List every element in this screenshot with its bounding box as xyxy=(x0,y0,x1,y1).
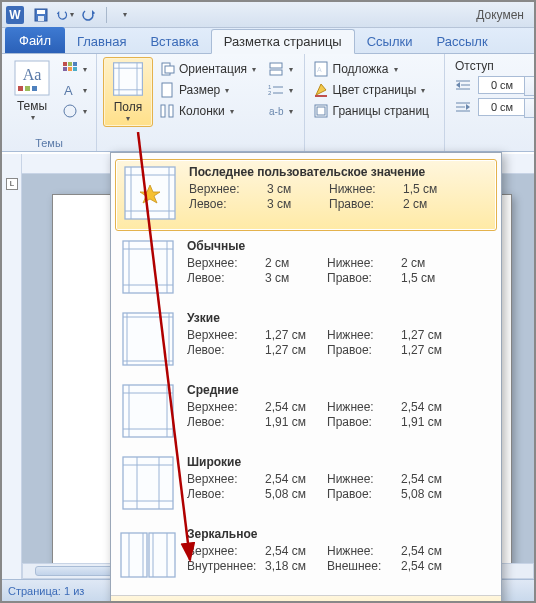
preset-top-value: 2,54 см xyxy=(265,400,327,414)
page-color-icon xyxy=(313,82,329,98)
preset-right-label: Правое: xyxy=(327,415,401,429)
preset-left-label: Левое: xyxy=(189,197,267,211)
themes-label: Темы xyxy=(17,99,47,113)
margin-preset-last[interactable]: Последнее пользовательское значение Верх… xyxy=(115,159,497,231)
preset-right-value: 1,27 см xyxy=(401,343,461,357)
margin-preset-normal[interactable]: Обычные Верхнее: 2 см Нижнее: 2 см Левое… xyxy=(113,233,499,305)
themes-icon: Aa xyxy=(14,60,50,96)
save-button[interactable] xyxy=(32,6,50,24)
preset-left-value: 3,18 см xyxy=(265,559,327,573)
svg-text:Aa: Aa xyxy=(23,66,42,83)
indent-left-spin[interactable]: 0 см xyxy=(453,75,528,95)
margins-icon xyxy=(110,61,146,97)
preset-bottom-label: Нижнее: xyxy=(327,472,401,486)
group-page-background-label xyxy=(311,135,438,151)
page-color-button[interactable]: Цвет страницы▾ xyxy=(311,80,431,100)
svg-rect-25 xyxy=(169,105,173,117)
svg-text:2: 2 xyxy=(268,90,272,96)
theme-parts: ▾ A▾ ▾ xyxy=(60,59,89,121)
qat-customize[interactable]: ▾ xyxy=(115,6,133,24)
redo-icon xyxy=(82,8,96,22)
line-numbers-icon: 12 xyxy=(268,82,284,98)
svg-rect-7 xyxy=(32,86,37,91)
preset-right-label: Внешнее: xyxy=(327,559,401,573)
margin-preset-narrow[interactable]: Узкие Верхнее: 1,27 см Нижнее: 1,27 см Л… xyxy=(113,305,499,377)
tab-references[interactable]: Ссылки xyxy=(355,30,425,53)
breaks-icon xyxy=(268,61,284,77)
margins-button[interactable]: Поля ▾ xyxy=(103,57,153,127)
group-page-setup: Поля ▾ Ориентация▾ Размер▾ Колонки▾ ▾ 12… xyxy=(97,54,305,151)
tab-mailings[interactable]: Рассылк xyxy=(425,30,500,53)
word-app-icon[interactable]: W xyxy=(6,6,24,24)
themes-button[interactable]: Aa Темы ▾ xyxy=(8,57,56,125)
indent-left-value[interactable]: 0 см xyxy=(478,76,526,94)
ribbon: Aa Темы ▾ ▾ A▾ ▾ Темы xyxy=(2,54,534,152)
svg-rect-6 xyxy=(25,86,30,91)
theme-fonts-button[interactable]: A▾ xyxy=(60,80,89,100)
preset-bottom-value: 2,54 см xyxy=(401,472,461,486)
watermark-button[interactable]: AПодложка▾ xyxy=(311,59,431,79)
svg-text:a-b: a-b xyxy=(269,106,284,117)
preset-top-value: 3 см xyxy=(267,182,329,196)
undo-button[interactable]: ▾ xyxy=(56,6,74,24)
vertical-ruler[interactable]: L xyxy=(2,154,22,579)
group-page-setup-label xyxy=(103,135,298,151)
document-title: Докумен xyxy=(476,8,530,22)
group-page-background: AПодложка▾ Цвет страницы▾ Границы страни… xyxy=(305,54,445,151)
preset-top-value: 2,54 см xyxy=(265,544,327,558)
margin-preset-moderate[interactable]: Средние Верхнее: 2,54 см Нижнее: 2,54 см… xyxy=(113,377,499,449)
custom-margins-item[interactable]: Настраиваемые поля... xyxy=(111,595,501,603)
orientation-button[interactable]: Ориентация▾ xyxy=(157,59,258,79)
tab-insert[interactable]: Вставка xyxy=(138,30,210,53)
indent-label: Отступ xyxy=(455,59,528,73)
svg-point-15 xyxy=(64,105,76,117)
preset-bottom-label: Нижнее: xyxy=(327,400,401,414)
preset-top-label: Верхнее: xyxy=(187,472,265,486)
preset-top-value: 1,27 см xyxy=(265,328,327,342)
title-bar: W ▾ ▾ Докумен xyxy=(2,2,534,28)
size-icon xyxy=(159,82,175,98)
svg-rect-23 xyxy=(162,83,172,97)
svg-text:A: A xyxy=(64,83,73,98)
preset-top-label: Верхнее: xyxy=(187,328,265,342)
page-borders-icon xyxy=(313,103,329,119)
preset-left-label: Левое: xyxy=(187,415,265,429)
preset-left-value: 3 см xyxy=(265,271,327,285)
theme-effects-button[interactable]: ▾ xyxy=(60,101,89,121)
preset-title: Зеркальное xyxy=(187,527,493,541)
hyphenation-button[interactable]: a-b▾ xyxy=(266,101,295,121)
svg-rect-2 xyxy=(38,16,44,21)
columns-button[interactable]: Колонки▾ xyxy=(157,101,258,121)
margin-preset-wide[interactable]: Широкие Верхнее: 2,54 см Нижнее: 2,54 см… xyxy=(113,449,499,521)
svg-rect-22 xyxy=(165,66,174,73)
svg-rect-11 xyxy=(63,67,67,71)
preset-bottom-value: 2 см xyxy=(401,256,461,270)
tab-page-layout[interactable]: Разметка страницы xyxy=(211,29,355,54)
preset-right-label: Правое: xyxy=(329,197,403,211)
preset-top-value: 2 см xyxy=(265,256,327,270)
preset-left-value: 1,27 см xyxy=(265,343,327,357)
tab-home[interactable]: Главная xyxy=(65,30,138,53)
redo-button[interactable] xyxy=(80,6,98,24)
page-borders-button[interactable]: Границы страниц xyxy=(311,101,431,121)
preset-title: Последнее пользовательское значение xyxy=(189,165,491,179)
tab-file[interactable]: Файл xyxy=(5,27,65,53)
breaks-button[interactable]: ▾ xyxy=(266,59,295,79)
preset-bottom-label: Нижнее: xyxy=(327,544,401,558)
preset-bottom-value: 2,54 см xyxy=(401,544,461,558)
preset-title: Обычные xyxy=(187,239,493,253)
preset-title: Широкие xyxy=(187,455,493,469)
group-themes: Aa Темы ▾ ▾ A▾ ▾ Темы xyxy=(2,54,97,151)
preset-right-label: Правое: xyxy=(327,487,401,501)
indent-right-value[interactable]: 0 см xyxy=(478,98,526,116)
preset-left-label: Внутреннее: xyxy=(187,559,265,573)
indent-right-spin[interactable]: 0 см xyxy=(453,97,528,117)
theme-colors-button[interactable]: ▾ xyxy=(60,59,89,79)
margin-preset-mirrored[interactable]: Зеркальное Верхнее: 2,54 см Нижнее: 2,54… xyxy=(113,521,499,593)
line-numbers-button[interactable]: 12▾ xyxy=(266,80,295,100)
preset-left-label: Левое: xyxy=(187,343,265,357)
size-button[interactable]: Размер▾ xyxy=(157,80,258,100)
tab-selector[interactable]: L xyxy=(6,178,18,190)
preset-bottom-value: 1,27 см xyxy=(401,328,461,342)
preset-top-value: 2,54 см xyxy=(265,472,327,486)
